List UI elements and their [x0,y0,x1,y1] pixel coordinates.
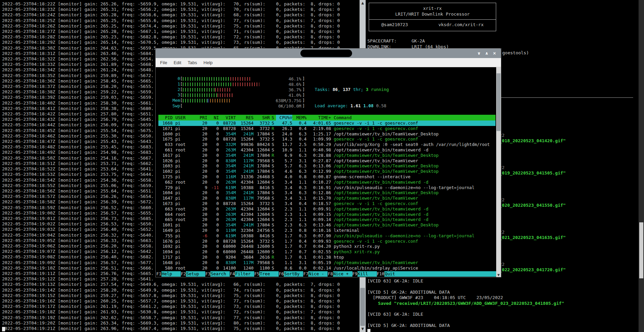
scroll-down-icon[interactable]: ▼ [360,327,366,331]
header-cell-pid[interactable]: PID [158,115,173,121]
window-close-button[interactable]: × [493,51,496,56]
process-row[interactable]: 633root200332M9983680424S13.72.50:50.29/… [158,142,495,147]
fkey-f6[interactable]: F6SortBy [279,271,303,277]
process-row[interactable]: 1647pi200838M117M79568S3.43.10:15.70/opt… [158,196,495,201]
header-cell-pri[interactable]: PRI [194,115,207,121]
scrollbar-thumb[interactable] [639,222,643,278]
process-row[interactable]: 1676pi20088728152643732S1.70.40:09.93goe… [158,239,495,244]
process-row[interactable]: 1617pi200354M241M17804R6.96.30:28.88/opt… [158,153,495,158]
log-line: [VCID 5] GK-2A: ADDITIONAL DATA [367,323,540,328]
process-row[interactable]: 1717pi200920436842616R1.70.10:01.38htop [158,255,495,260]
process-row[interactable]: 1694pi200680002644812600S1.70.70:02.55py… [158,249,495,255]
fkey-bar: F1HelpF2SetupF3SearchF4FilterF5TreeF6Sor… [156,271,496,277]
log-line [367,306,540,312]
saved-file-tail: 22_022_20220523_041720.gif" [499,262,566,273]
window-titlebar[interactable]: ∨ ∧ × [156,49,501,58]
htop-content[interactable]: 0[46.1%]1[48.6%]2[36.7%]3[41.0%]Mem[638M… [156,67,501,277]
log-line: [PRODUCT] GWW3F #23 04:18:05 UTC 23/05/2… [367,295,540,300]
process-table: PIDUSERPRINIVIRTRESSHRSCPU%▽MEM%TIME+Com… [158,115,495,271]
scrollbar-thumb[interactable] [360,288,365,326]
window-minimize-button[interactable]: ∨ [477,51,481,56]
process-row[interactable]: 1604pi200354M241M17804S3.46.30:12.86/opt… [158,190,495,196]
process-row[interactable]: 1725pi200116M3133626468S4.00.80:00.87gno… [158,174,495,180]
header-cell-res[interactable]: RES [236,115,254,121]
fkey-f2[interactable]: F2Setup [181,271,205,277]
clipped-goestools-text: goestools) [502,50,529,56]
menu-item-tabs[interactable]: Tabs [188,60,197,65]
process-row[interactable]: 664root200263M4230412604S2.31.10:09.15/o… [158,212,495,217]
window-maximize-button[interactable]: ∧ [485,51,488,56]
log-line: [VCID 5] GK-2A: ADDITIONAL DATA [367,290,540,295]
process-row[interactable]: 1601pi200354M241M17804S2.36.30:13.46/opt… [158,222,495,228]
process-row[interactable]: 1603pi200354M241M17804S5.76.30:13.06/opt… [158,163,495,169]
log-line: [VCID 63] GK-2A: IDLE [367,278,540,284]
fkey-f7[interactable]: F7Nice - [303,271,328,277]
scroll-up-icon[interactable]: ▲ [360,1,366,5]
process-row[interactable]: 755pi-60619M103888416S1.70.30:07.90/usr/… [158,233,495,239]
fkey-f3[interactable]: F3Search [205,271,230,277]
process-row[interactable]: 1668pi20088728152643732S47.50.44:01.65go… [158,121,495,126]
process-row[interactable]: 1673pi20088728152643732S3.40.40:18.57goe… [158,201,495,206]
banner-title: xrit-rx [369,5,496,11]
terminal-cursor [2,327,5,331]
process-row[interactable]: 580root2001410012401100S0.60.00:02.14/us… [158,265,495,271]
header-cell-cpu[interactable]: CPU%▽ [276,115,292,121]
menu-item-help[interactable]: Help [204,60,213,65]
header-cell-shr[interactable]: SHR [254,115,270,121]
header-cell-command[interactable]: Command [331,115,495,121]
header-cell-user[interactable]: USER [173,115,194,121]
memory-meter: Mem[638M/3.75G] [170,98,305,103]
process-row[interactable]: 1692pi200680002644812600S1.70.70:04.20py… [158,244,495,249]
scrollbar-thumb[interactable] [497,73,501,131]
process-row[interactable]: 1600pi200354M241M17804S24.06.31:25.17/op… [158,131,495,137]
header-cell-time[interactable]: TIME+ [307,115,331,121]
cpu-meter: 3[41.0%] [170,92,305,98]
terminal-cursor [367,329,370,332]
htop-window: ∨ ∧ × FileEditTabsHelp 0[46.1%]1[48.6%]2… [155,48,501,277]
menubar: FileEditTabsHelp [156,58,501,67]
header-cell-virt[interactable]: VIRT [219,115,236,121]
header-cell-s[interactable]: S [270,115,276,121]
saved-file-tail: 22_020_20220523_041550.gif" [499,197,566,208]
banner-subtitle: LRIT/HRIT Downlink Processor [369,11,496,17]
load-average: Load average: 1.61 1.08 0.58 [315,103,389,109]
process-row[interactable]: 1671pi20088728152643732R26.30.42:19.08go… [158,126,495,131]
table-header[interactable]: PIDUSERPRINIVIRTRESSHRSCPU%▽MEM%TIME+Com… [158,115,495,121]
scroll-down-icon[interactable]: ▼ [496,273,501,277]
fkey-f5[interactable]: F5Tree [254,271,279,277]
htop-scrollbar[interactable]: ▼ [496,67,501,277]
fkey-f9[interactable]: F9Kill [352,271,377,277]
process-row[interactable]: 1649pi200119M3230424756S2.30.80:10.16lxt… [158,228,495,233]
log-line: [VCID 63] GK-2A: IDLE [367,312,540,317]
process-row[interactable]: 661root200263M4230412604S10.91.10:40.98/… [158,147,495,153]
xrit-rx-banner: xrit-rx LRIT/HRIT Downlink Processor @sa… [369,3,496,31]
fkey-f8[interactable]: F8Nice + [328,271,352,277]
process-row[interactable]: 1675pi20088728152643732S14.30.41:09.99go… [158,136,495,142]
process-row[interactable]: 1026pi200838M117M79568S5.73.10:27.87/opt… [158,158,495,164]
cpu-meter: 1[48.6%] [170,81,305,87]
banner-author: @sam210723 [381,22,408,27]
header-cell-ni[interactable]: NI [207,115,219,121]
window-title-redaction [300,50,352,57]
process-row[interactable]: 665root200263M4230412604S2.31.10:09.14/o… [158,217,495,222]
menu-item-edit[interactable]: Edit [174,60,181,65]
cpu-meter: 0[46.1%] [170,76,305,81]
spacecraft-value: GK-2A [412,38,425,43]
fkey-f1[interactable]: F1Help [156,271,181,277]
process-row[interactable]: 663root200263M4230412604S2.31.10:09.91/o… [158,206,495,212]
right-terminal-scrollbar[interactable] [639,0,644,332]
banner-site: vksdr.com/xrit-rx [438,22,484,27]
process-row[interactable]: 729pi9-11619M103888416S3.40.30:16.91/usr… [158,185,495,190]
saved-file-tail: 22_019_20220523_041505.gif" [499,165,566,176]
log-line [367,284,540,289]
saved-file-tail: 22_021_20220523_041635.gif" [499,229,566,240]
process-row[interactable]: 1602pi200354M241M17804S4.66.30:12.99/opt… [158,169,495,174]
fkey-f4[interactable]: F4Filter [230,271,254,277]
header-cell-mem[interactable]: MEM% [292,115,307,121]
log-line: Saved "received/LRIT/20220523/GWW3F/ADD_… [367,301,540,306]
process-row[interactable]: 662root200263M4230412604S3.41.10:10.27/o… [158,180,495,185]
fkey-f10[interactable]: F10Quit [377,271,496,277]
menu-item-file[interactable]: File [160,60,167,65]
process-row[interactable]: 1648pi200838M117M79568S1.13.10:05.19/opt… [158,260,495,265]
saved-file-tail: 22_018_20220523_041420.gif" [499,133,566,144]
